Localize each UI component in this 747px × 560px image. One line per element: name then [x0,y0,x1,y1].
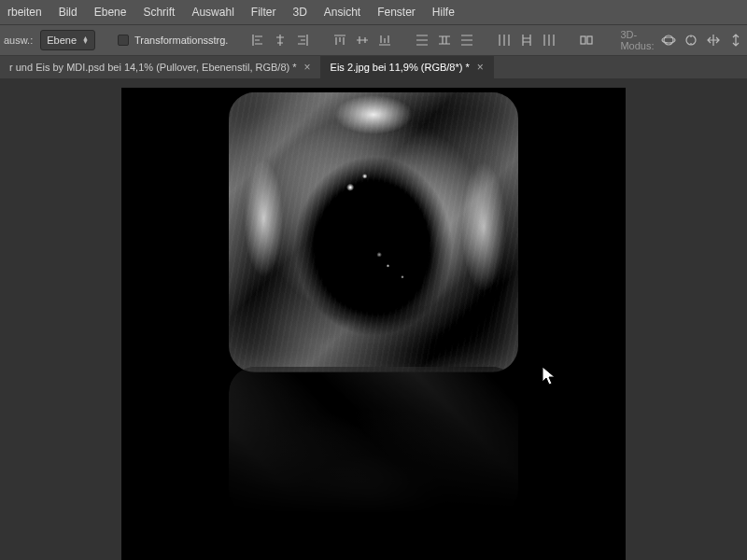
document-tab-label: r und Eis by MDI.psd bei 14,1% (Pullover… [9,62,297,73]
orbit-3d-icon[interactable] [661,30,676,50]
align-bottom-edges-button[interactable] [377,30,392,50]
document-tab[interactable]: Eis 2.jpg bei 11,9% (RGB/8*) * × [321,56,494,78]
checkbox-icon [118,35,129,46]
svg-rect-0 [581,36,585,44]
chevron-updown-icon: ▲▼ [82,36,89,44]
distribute-left-button[interactable] [497,30,512,50]
align-horizontal-centers-button[interactable] [273,30,288,50]
autoselect-dropdown[interactable]: Ebene ▲▼ [40,30,95,50]
transform-controls-checkbox[interactable]: Transformationsstrg. [118,35,228,46]
document-tabs: r und Eis by MDI.psd bei 14,1% (Pullover… [0,56,747,78]
menu-item-filter[interactable]: Filter [251,6,276,19]
menu-item-edit[interactable]: rbeiten [7,6,42,19]
distribute-top-button[interactable] [415,30,430,50]
document-canvas[interactable] [121,88,626,560]
distribute-vertical-button[interactable] [437,30,452,50]
autoselect-value: Ebene [47,35,77,46]
close-icon[interactable]: × [304,61,311,74]
close-icon[interactable]: × [477,61,484,74]
options-bar: ausw.: Ebene ▲▼ Transformationsstrg. 3D-… [0,24,747,56]
canvas-area[interactable] [0,78,747,560]
roll-3d-icon[interactable] [684,30,698,50]
transform-controls-label: Transformationsstrg. [134,35,228,46]
menu-item-layer[interactable]: Ebene [94,6,127,19]
mode-3d-label: 3D-Modus: [620,29,654,51]
document-tab-label: Eis 2.jpg bei 11,9% (RGB/8*) * [331,62,470,73]
align-left-edges-button[interactable] [250,30,265,50]
ice-cube-image [229,91,518,515]
menu-item-select[interactable]: Auswahl [191,6,233,19]
distribute-horizontal-button[interactable] [519,30,534,50]
menu-item-type[interactable]: Schrift [143,6,175,19]
menu-bar: rbeiten Bild Ebene Schrift Auswahl Filte… [0,0,747,24]
menu-item-3d[interactable]: 3D [292,6,306,19]
auto-align-button[interactable] [579,30,594,50]
align-right-edges-button[interactable] [295,30,310,50]
menu-item-help[interactable]: Hilfe [432,6,455,19]
distribute-bottom-button[interactable] [459,30,474,50]
pan-3d-icon[interactable] [706,30,721,50]
align-top-edges-button[interactable] [332,30,347,50]
menu-item-view[interactable]: Ansicht [324,6,360,19]
distribute-right-button[interactable] [542,30,557,50]
menu-item-image[interactable]: Bild [59,6,78,19]
menu-item-window[interactable]: Fenster [377,6,416,19]
svg-rect-1 [587,36,592,44]
slide-3d-icon[interactable] [728,30,743,50]
document-tab[interactable]: r und Eis by MDI.psd bei 14,1% (Pullover… [0,56,321,78]
autoselect-label: ausw.: [4,35,33,46]
align-vertical-centers-button[interactable] [355,30,370,50]
